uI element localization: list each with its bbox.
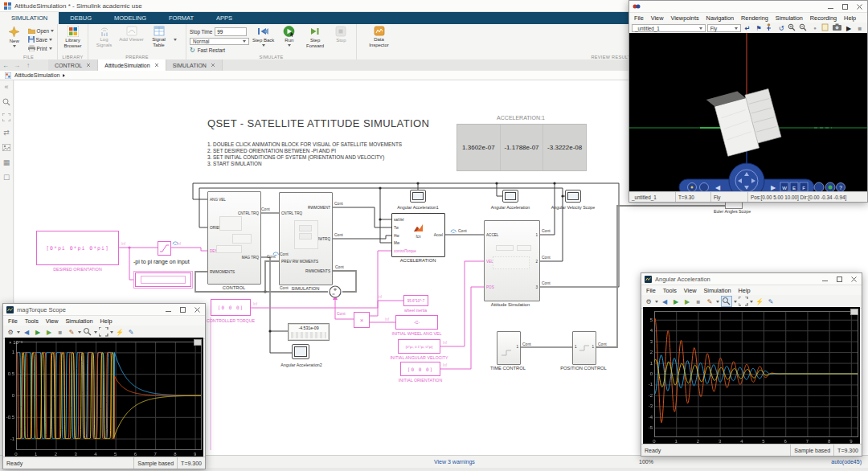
prepare-overflow-icon[interactable]: [174, 39, 177, 41]
new-button[interactable]: New: [3, 26, 26, 53]
navigation-mode-select[interactable]: Fly: [707, 24, 741, 32]
hide-browser-icon[interactable]: «: [4, 83, 8, 91]
viewmark-icon[interactable]: ☐: [3, 174, 10, 182]
maximize-icon[interactable]: [180, 307, 186, 313]
menu-recording[interactable]: Recording: [810, 14, 837, 22]
annotation-image-icon[interactable]: [2, 144, 10, 151]
plot-corner-button[interactable]: [850, 309, 858, 315]
open-button[interactable]: Open: [28, 27, 54, 35]
stop-icon[interactable]: ■: [694, 297, 703, 306]
fit-to-view-icon[interactable]: [99, 327, 108, 337]
wheel-key-e[interactable]: E: [792, 186, 796, 190]
menu-view[interactable]: View: [684, 287, 697, 294]
run-icon[interactable]: ▶: [671, 297, 681, 306]
menu-tools[interactable]: Tools: [663, 287, 677, 294]
step-forward-icon[interactable]: ▶: [44, 327, 54, 337]
create-viewpoint-flag-icon[interactable]: ⚑: [754, 23, 764, 33]
menu-file[interactable]: File: [646, 287, 656, 294]
navigate-forward-icon[interactable]: →: [11, 59, 23, 71]
simulation-subsystem-block[interactable]: CNTRL TRQ PREV RW MOMENTS RWMOMENT RWTRQ…: [279, 192, 333, 285]
menu-rendering[interactable]: Rendering: [741, 14, 768, 22]
scope-plot-area[interactable]: [643, 307, 860, 444]
tab-modeling[interactable]: MODELING: [103, 12, 158, 24]
scope-block-angular-acceleration1[interactable]: [410, 190, 426, 203]
tab-apps[interactable]: APPS: [205, 12, 244, 24]
control-subsystem-block[interactable]: ANG VEL ORIENT DES ORIENT RWMOMENTS CNTR…: [207, 191, 261, 285]
saturation-block[interactable]: [158, 241, 171, 256]
measurements-icon[interactable]: ✎: [126, 327, 136, 337]
style-brush-icon[interactable]: ✎: [705, 297, 714, 306]
warnings-link[interactable]: View 3 warnings: [434, 459, 475, 465]
viewpoint-select[interactable]: _untitled_1: [632, 24, 706, 32]
menu-view[interactable]: View: [46, 317, 59, 325]
angular-acceleration-plot[interactable]: [643, 307, 860, 444]
maximize-icon[interactable]: [837, 276, 842, 282]
minimize-icon[interactable]: [166, 307, 171, 313]
close-icon[interactable]: [154, 63, 159, 68]
display-block[interactable]: -4.531e-09: [288, 323, 330, 341]
solver-link[interactable]: auto(ode45): [831, 459, 862, 465]
run-icon[interactable]: ▶: [33, 327, 43, 337]
menu-tools[interactable]: Tools: [25, 317, 39, 325]
record-dot-icon[interactable]: ●: [810, 23, 820, 33]
trigger-icon[interactable]: ⚡: [755, 297, 764, 306]
scope-plot-area[interactable]: × 10⁻³: [5, 338, 203, 457]
camera-icon[interactable]: [833, 23, 842, 33]
step-back-icon[interactable]: ◀: [22, 327, 31, 337]
menu-view[interactable]: View: [651, 14, 664, 22]
trigger-icon[interactable]: ⚡: [115, 327, 125, 337]
doc-tab-control[interactable]: CONTROL: [48, 59, 98, 71]
measurements-icon[interactable]: ✎: [766, 297, 776, 306]
return-viewpoint-icon[interactable]: ↵: [743, 23, 752, 33]
wheel-key-w[interactable]: W: [782, 186, 787, 190]
small-display-block[interactable]: [135, 272, 191, 287]
magtorque-plot[interactable]: [5, 338, 203, 457]
undo-move-icon[interactable]: ↺: [776, 23, 786, 33]
settings-gear-icon[interactable]: ⚙: [644, 297, 653, 306]
stop-icon[interactable]: ■: [855, 23, 865, 33]
capture-frame-icon[interactable]: [821, 23, 831, 33]
scope-block-angular-acceleration[interactable]: [502, 190, 518, 203]
acceleration-fcn-block[interactable]: satVel Tw Hw Mw controlTorque Accel fcn: [391, 213, 445, 257]
simulation-mode-select[interactable]: Normal: [190, 38, 249, 45]
menu-help[interactable]: Help: [739, 287, 751, 294]
close-icon[interactable]: [194, 307, 200, 313]
library-browser-button[interactable]: Library Browser: [61, 26, 84, 53]
zoom-icon[interactable]: [721, 296, 732, 307]
tab-debug[interactable]: DEBUG: [59, 12, 103, 24]
close-icon[interactable]: [857, 4, 862, 10]
close-icon[interactable]: [851, 276, 857, 282]
navigate-back-icon[interactable]: ←: [0, 59, 11, 71]
step-back-icon[interactable]: ◀: [660, 297, 669, 306]
menu-simulation[interactable]: Simulation: [66, 317, 93, 325]
wheel-right-icon[interactable]: ▶: [771, 184, 776, 191]
initial-orientation-constant[interactable]: [0 0 0]: [400, 362, 440, 376]
tab-format[interactable]: FORMAT: [158, 12, 205, 24]
menu-help[interactable]: Help: [100, 317, 113, 325]
menu-help[interactable]: Help: [844, 14, 856, 22]
wheel-inertia-constant[interactable]: 95.6*10^-7: [403, 295, 428, 306]
settings-gear-icon[interactable]: ⚙: [6, 327, 15, 337]
sample-time-icon[interactable]: ▦: [3, 158, 10, 166]
breadcrumb-model[interactable]: AttitudeSimulation: [14, 72, 59, 78]
initial-angular-velocity-constant[interactable]: [0*pi, 0.1*pi, 0*pi]: [398, 339, 440, 354]
controller-torque-constant[interactable]: [0 0 0]: [211, 299, 251, 316]
play-icon[interactable]: ▶: [844, 23, 854, 33]
step-forward-icon[interactable]: ▶: [682, 297, 692, 306]
save-button[interactable]: Save: [28, 35, 54, 43]
minimize-icon[interactable]: [828, 4, 833, 10]
tab-simulation[interactable]: SIMULATION: [0, 12, 59, 24]
initial-wheel-ang-vel-constant[interactable]: -C-: [395, 315, 438, 330]
fast-restart-toggle[interactable]: ↻ Fast Restart: [190, 47, 249, 54]
doc-tab-simulation[interactable]: SIMULATION: [166, 59, 223, 71]
log-signals-button[interactable]: Log Signals: [92, 26, 117, 53]
stop-time-input[interactable]: [215, 27, 247, 36]
close-icon[interactable]: [211, 63, 215, 68]
fit-to-view-icon[interactable]: [739, 297, 748, 306]
position-control-block[interactable]: 1 1: [572, 331, 596, 365]
3d-viewport[interactable]: ◀ ▶ W E F ?: [629, 33, 867, 191]
run-button[interactable]: Run: [277, 26, 301, 53]
signal-table-button[interactable]: Signal Table: [146, 26, 171, 53]
menu-simulation[interactable]: Simulation: [704, 287, 731, 294]
print-button[interactable]: Print: [28, 44, 54, 52]
